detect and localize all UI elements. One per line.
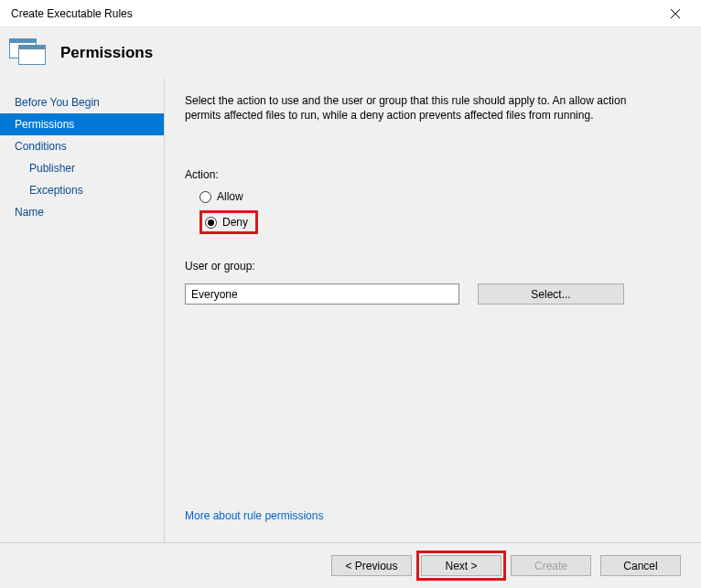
rules-icon [9,38,48,68]
sidebar: Before You Begin Permissions Conditions … [0,79,165,542]
user-group-label: User or group: [185,260,675,273]
previous-button[interactable]: < Previous [331,555,412,576]
window-title: Create Executable Rules [11,7,657,20]
radio-allow-label: Allow [217,190,243,203]
radio-deny-label: Deny [222,216,248,229]
body-area: Before You Begin Permissions Conditions … [0,79,701,542]
deny-highlight: Deny [200,210,258,234]
radio-allow[interactable]: Allow [198,187,675,207]
nav-name[interactable]: Name [0,201,164,223]
more-link[interactable]: More about rule permissions [185,509,675,522]
header-band: Permissions [0,27,701,79]
description-text: Select the action to use and the user or… [185,93,661,123]
radio-deny-icon [205,217,217,229]
create-button: Create [511,555,591,576]
close-button[interactable] [657,1,694,27]
titlebar: Create Executable Rules [0,0,701,27]
radio-allow-icon [200,191,211,203]
next-button[interactable]: Next > [421,555,501,576]
nav-exceptions[interactable]: Exceptions [0,179,164,201]
nav-before-you-begin[interactable]: Before You Begin [0,91,164,113]
action-radio-group: Allow Deny [185,187,675,238]
nav-permissions[interactable]: Permissions [0,113,164,135]
footer: < Previous Next > Create Cancel [0,542,701,588]
nav-conditions[interactable]: Conditions [0,135,164,157]
nav-publisher[interactable]: Publisher [0,157,164,179]
action-label: Action: [185,168,675,181]
select-button[interactable]: Select... [478,283,624,305]
page-title: Permissions [60,44,153,62]
wizard-window: Create Executable Rules Permissions Befo… [0,0,701,588]
user-group-input[interactable] [185,283,459,305]
user-group-row: Select... [185,283,675,305]
cancel-button[interactable]: Cancel [600,555,681,576]
content-pane: Select the action to use and the user or… [165,79,701,542]
radio-deny[interactable]: Deny [198,207,675,238]
